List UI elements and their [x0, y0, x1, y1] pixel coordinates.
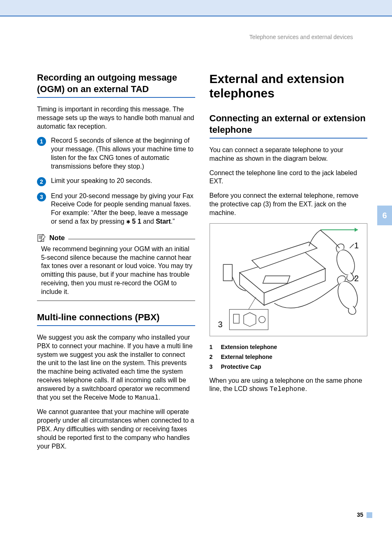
legend-row-1: 1 Extension telephone — [210, 344, 368, 350]
diagram-callout-2: 2 — [354, 274, 359, 283]
chapter-tab: 6 — [377, 206, 392, 225]
main-heading-external: External and extension telephones — [210, 72, 368, 100]
note-label: Note — [49, 234, 65, 242]
lcd-paragraph: When you are using a telephone on the sa… — [210, 377, 368, 394]
legend-text: External telephone — [221, 354, 272, 360]
connect-p2: Connect the telephone line cord to the j… — [210, 169, 368, 186]
connection-diagram: 1 2 3 — [210, 223, 368, 336]
pbx-paragraph-2: We cannot guarantee that your machine wi… — [37, 408, 195, 451]
section-heading-pbx: Multi-line connections (PBX) — [37, 312, 195, 326]
connect-p1: You can connect a separate telephone to … — [210, 146, 368, 163]
section-heading-ogm: Recording an outgoing message (OGM) on a… — [37, 72, 195, 98]
note-icon — [37, 234, 46, 243]
step-3-code: 5 1 — [130, 218, 141, 225]
lcd-p-telephone: Telephone — [270, 386, 305, 393]
diagram-callout-3: 3 — [218, 320, 223, 329]
page-top-bar — [0, 0, 392, 16]
pbx-p1-c: . — [159, 394, 160, 401]
svg-rect-14 — [233, 314, 239, 323]
note-rule — [68, 239, 195, 239]
legend-row-2: 2 External telephone — [210, 354, 368, 360]
svg-line-16 — [248, 297, 256, 309]
step-2: 2 Limit your speaking to 20 seconds. — [37, 177, 195, 186]
step-2-text: Limit your speaking to 20 seconds. — [51, 177, 195, 185]
page-number-decoration — [367, 512, 372, 518]
step-3-part-c: and — [141, 218, 156, 225]
star-symbol: ✱ — [126, 217, 130, 225]
legend-num: 2 — [210, 354, 214, 360]
legend-num: 1 — [210, 344, 214, 350]
legend-num: 3 — [210, 363, 214, 370]
step-1: 1 Record 5 seconds of silence at the beg… — [37, 136, 195, 171]
legend-row-3: 3 Protective Cap — [210, 363, 368, 370]
left-column: Recording an outgoing message (OGM) on a… — [37, 72, 195, 456]
page-content: Recording an outgoing message (OGM) on a… — [0, 16, 392, 456]
pbx-p1-a: We suggest you ask the company who insta… — [37, 334, 193, 401]
svg-marker-2 — [355, 228, 358, 232]
page-number: 35 — [357, 511, 363, 518]
diagram-callout-1: 1 — [354, 241, 359, 250]
diagram-svg — [210, 224, 367, 336]
note-body: We recommend beginning your OGM with an … — [37, 245, 195, 301]
step-3-part-e: .” — [171, 218, 175, 225]
step-3: 3 End your 20-second message by giving y… — [37, 192, 195, 226]
legend-text: Protective Cap — [221, 363, 261, 370]
legend-text: Extension telephone — [221, 344, 277, 350]
svg-line-10 — [350, 244, 354, 248]
right-column: External and extension telephones Connec… — [210, 72, 368, 456]
step-3-text: End your 20-second message by giving you… — [51, 192, 195, 226]
connect-p3: Before you connect the external telephon… — [210, 192, 368, 217]
pbx-paragraph-1: We suggest you ask the company who insta… — [37, 333, 195, 402]
svg-point-15 — [258, 316, 265, 323]
step-3-start: Start — [156, 218, 171, 225]
svg-rect-8 — [223, 264, 232, 281]
note-box: Note We recommend beginning your OGM wit… — [37, 234, 195, 301]
step-number-icon: 1 — [37, 137, 46, 146]
step-number-icon: 2 — [37, 177, 46, 186]
lcd-p-c: . — [305, 385, 307, 392]
ogm-intro: Timing is important in recording this me… — [37, 105, 195, 131]
running-header: Telephone services and external devices — [249, 34, 353, 40]
pbx-p1-manual: Manual — [135, 394, 159, 402]
note-header: Note — [37, 234, 195, 243]
step-1-text: Record 5 seconds of silence at the begin… — [51, 136, 195, 171]
step-number-icon: 3 — [37, 192, 46, 201]
section-heading-connecting: Connecting an external or extension tele… — [210, 113, 368, 139]
svg-rect-7 — [263, 276, 290, 283]
